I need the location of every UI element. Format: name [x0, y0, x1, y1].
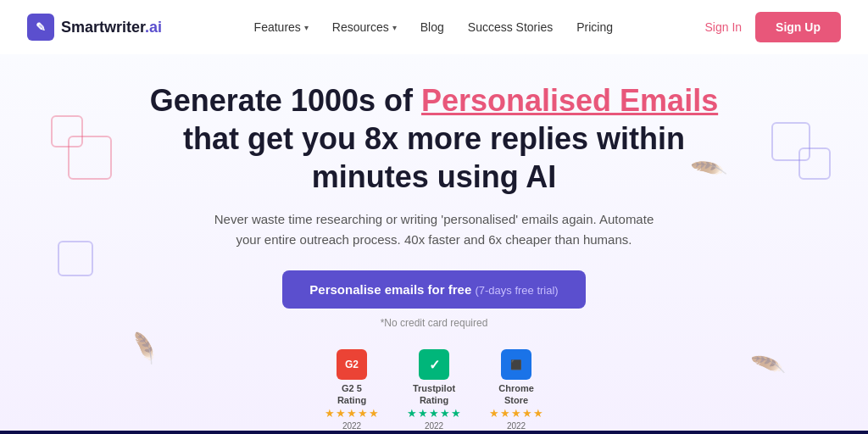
logo-icon: ✎: [27, 14, 54, 41]
ratings-section: G2 G2 5 Rating ★★★★★ 2022 ✓ Trustpilot R…: [325, 349, 544, 431]
rating-g2: G2 G2 5 Rating ★★★★★ 2022: [325, 349, 380, 431]
tp-stars: ★★★★★: [407, 407, 462, 420]
tp-year: 2022: [425, 421, 443, 431]
navbar: ✎ Smartwriter.ai Features ▾ Resources ▾ …: [0, 0, 868, 54]
tp-title: Trustpilot: [413, 383, 455, 393]
signin-button[interactable]: Sign In: [705, 20, 743, 34]
rating-trustpilot: ✓ Trustpilot Rating ★★★★★ 2022: [407, 349, 462, 431]
footer-bar: [0, 431, 868, 434]
chrome-badge: ⬛: [501, 349, 531, 380]
decorative-square-5: [798, 147, 831, 180]
nav-actions: Sign In Sign Up: [705, 12, 841, 42]
logo[interactable]: ✎ Smartwriter.ai: [27, 14, 162, 41]
g2-subtitle: Rating: [337, 395, 366, 405]
nav-resources[interactable]: Resources ▾: [332, 20, 397, 34]
g2-badge: G2: [337, 349, 367, 380]
feather-icon-bottom-left: 🪶: [125, 331, 162, 367]
chevron-down-icon: ▾: [304, 23, 309, 32]
nav-features[interactable]: Features ▾: [254, 20, 309, 34]
cs-year: 2022: [507, 421, 526, 431]
hero-headline: Generate 1000s of Personalised Emails th…: [129, 81, 739, 196]
g2-year: 2022: [342, 421, 361, 431]
cs-stars: ★★★★★: [489, 407, 544, 420]
headline-before: Generate 1000s of: [150, 83, 421, 118]
g2-stars: ★★★★★: [325, 407, 380, 420]
no-cc-text: *No credit card required: [381, 317, 488, 329]
nav-pricing[interactable]: Pricing: [576, 20, 613, 34]
decorative-square-3: [58, 241, 93, 276]
feather-icon-bottom-right: 🪶: [749, 348, 787, 384]
chevron-down-icon: ▾: [392, 23, 397, 32]
g2-title: G2 5: [342, 383, 362, 393]
logo-text: Smartwriter.ai: [61, 19, 162, 36]
signup-button[interactable]: Sign Up: [755, 12, 841, 42]
decorative-square-2: [68, 136, 112, 180]
cta-label: Personalise emails for free: [309, 282, 471, 297]
tp-subtitle: Rating: [420, 395, 448, 405]
headline-after: that get you 8x more replies within minu…: [183, 121, 685, 194]
cta-trial: (7-days free trial): [475, 284, 558, 297]
nav-links: Features ▾ Resources ▾ Blog Success Stor…: [254, 20, 613, 34]
cs-subtitle: Store: [504, 395, 528, 405]
nav-blog[interactable]: Blog: [420, 20, 444, 34]
trustpilot-badge: ✓: [419, 349, 449, 380]
headline-highlight: Personalised Emails: [421, 83, 718, 118]
cs-title: Chrome: [498, 383, 534, 393]
nav-success-stories[interactable]: Success Stories: [468, 20, 553, 34]
hero-subtext: Never waste time researching or writing …: [214, 209, 654, 250]
hero-section: 🪶 🪶 🪶 Generate 1000s of Personalised Ema…: [0, 54, 868, 431]
cta-button[interactable]: Personalise emails for free (7-days free…: [282, 270, 585, 309]
rating-chrome: ⬛ Chrome Store ★★★★★ 2022: [489, 349, 544, 431]
